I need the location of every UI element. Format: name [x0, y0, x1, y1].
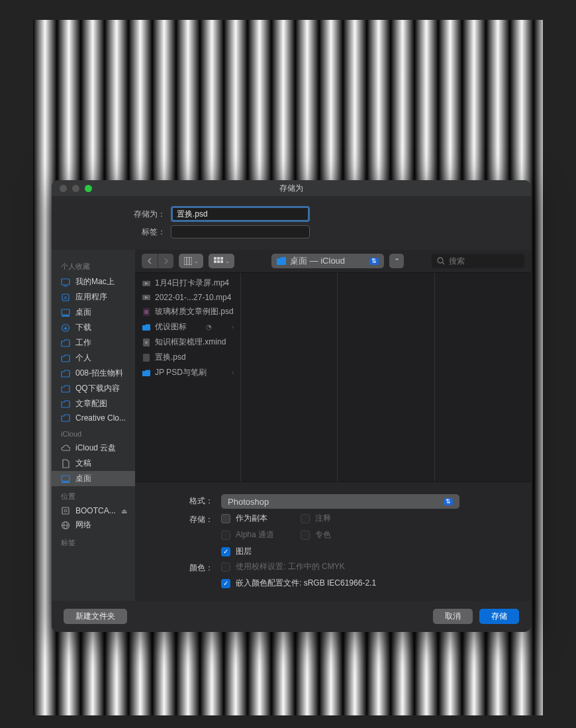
checkbox[interactable] — [221, 514, 230, 523]
svg-rect-22 — [220, 260, 223, 263]
file-item[interactable]: JP PSD与笔刷› — [135, 365, 240, 380]
checkbox-row: 注释 — [301, 513, 331, 524]
eject-icon[interactable]: ⏏ — [121, 507, 127, 515]
checkbox[interactable]: ✓ — [221, 547, 230, 556]
recent-icon: ◔ — [206, 323, 212, 331]
empty-column-2 — [338, 273, 434, 482]
checkbox[interactable]: ✓ — [221, 579, 230, 588]
sidebar-item[interactable]: iCloud 云盘 — [52, 441, 135, 456]
sidebar-item-label: 下载 — [75, 322, 91, 333]
checkbox — [301, 531, 310, 540]
checkbox — [221, 562, 230, 572]
search-box[interactable] — [432, 254, 524, 268]
cancel-button[interactable]: 取消 — [433, 609, 473, 624]
svg-rect-4 — [62, 309, 70, 315]
sidebar-item[interactable]: A应用程序 — [52, 289, 135, 305]
file-icon — [142, 279, 151, 288]
format-value: Photoshop — [228, 497, 269, 507]
checkbox-row[interactable]: ✓图层 — [221, 546, 274, 557]
sidebar-item[interactable]: 桌面 — [52, 305, 135, 320]
svg-rect-20 — [214, 260, 216, 263]
checkbox-label: 图层 — [236, 546, 252, 557]
checkbox-row[interactable]: 作为副本 — [221, 513, 274, 524]
svg-rect-17 — [214, 257, 216, 260]
sidebar-item-label: 网络 — [75, 519, 91, 531]
checkbox-row: 使用校样设置: 工作中的 CMYK — [221, 561, 531, 572]
svg-rect-14 — [184, 257, 192, 265]
network-icon — [61, 521, 70, 530]
format-label: 格式： — [135, 494, 221, 507]
svg-point-32 — [145, 341, 148, 344]
file-name: 2022-01-...27-10.mp4 — [155, 293, 231, 302]
sidebar-item[interactable]: 下载 — [52, 320, 135, 335]
zoom-dot[interactable] — [85, 185, 92, 192]
sidebar-item[interactable]: QQ下载内容 — [52, 381, 135, 396]
sidebar-item[interactable]: 个人 — [52, 350, 135, 366]
sidebar-item[interactable]: 桌面 — [52, 471, 135, 486]
sidebar-item[interactable]: Creative Clo... — [52, 411, 135, 425]
folder-icon — [61, 384, 70, 393]
file-icon — [142, 368, 151, 378]
sidebar-item[interactable]: 网络 — [52, 517, 135, 533]
checkbox-label: 嵌入颜色配置文件: sRGB IEC61966-2.1 — [236, 578, 376, 589]
sidebar-item[interactable]: 工作 — [52, 335, 135, 350]
file-item[interactable]: 知识框架梳理.xmind — [135, 335, 240, 350]
folder-icon — [61, 413, 70, 423]
checkbox-row[interactable]: ✓嵌入颜色配置文件: sRGB IEC61966-2.1 — [221, 578, 531, 589]
chevron-down-icon: ⌵ — [226, 258, 229, 264]
toolbar: ⌵ ⌵ 桌面 — iCloud ⇅ ⌃ — [135, 250, 531, 272]
file-icon — [142, 353, 151, 362]
sidebar-item-label: Creative Clo... — [75, 413, 126, 423]
sidebar-item-label: 008-招生物料 — [75, 368, 123, 379]
view-mode-button[interactable]: ⌵ — [179, 254, 203, 268]
forward-button[interactable] — [158, 254, 173, 268]
file-name: 知识框架梳理.xmind — [155, 337, 226, 348]
sidebar-item-label: 个人 — [75, 352, 91, 364]
file-icon — [142, 338, 151, 347]
search-icon — [437, 257, 445, 265]
file-item[interactable]: 玻璃材质文章例图.psd — [135, 304, 240, 319]
file-item[interactable]: 1月4日打卡录屏.mp4 — [135, 276, 240, 291]
sidebar-item-label: 文稿 — [75, 458, 91, 469]
format-select[interactable]: Photoshop ⇅ — [221, 494, 459, 509]
sidebar-item[interactable]: BOOTCA...⏏ — [52, 504, 135, 517]
folder-icon — [61, 354, 70, 363]
new-folder-button[interactable]: 新建文件夹 — [64, 609, 127, 624]
dialog-title: 存储为 — [279, 183, 303, 194]
svg-text:A: A — [64, 295, 68, 301]
sidebar-item[interactable]: 文稿 — [52, 456, 135, 471]
checkbox-label: Alpha 通道 — [236, 529, 274, 541]
file-browser: 1月4日打卡录屏.mp42022-01-...27-10.mp4玻璃材质文章例图… — [135, 272, 531, 482]
folder-icon — [61, 369, 70, 378]
close-dot[interactable] — [60, 185, 67, 192]
filename-input[interactable] — [171, 206, 310, 222]
updown-icon: ⇅ — [369, 258, 379, 265]
svg-rect-9 — [62, 507, 69, 514]
sidebar: 个人收藏我的Mac上A应用程序桌面下载工作个人008-招生物料QQ下载内容文章配… — [52, 250, 135, 601]
disk-icon — [61, 506, 70, 515]
sidebar-item-label: 工作 — [75, 337, 91, 348]
save-button[interactable]: 存储 — [479, 609, 519, 624]
sidebar-item[interactable]: 文章配图 — [52, 396, 135, 411]
group-button[interactable]: ⌵ — [209, 254, 234, 268]
sidebar-item-label: 应用程序 — [75, 291, 107, 303]
location-select[interactable]: 桌面 — iCloud ⇅ — [271, 254, 384, 268]
save-as-dialog: 存储为 存储为： 标签： 个人收藏我的Mac上A应用程序桌面下载工作个人008-… — [52, 180, 531, 632]
tags-input[interactable] — [171, 225, 310, 238]
folder-icon — [61, 399, 70, 409]
chevron-right-icon: › — [232, 323, 234, 331]
sidebar-item[interactable]: 008-招生物料 — [52, 366, 135, 381]
sidebar-section-label: iCloud — [52, 427, 135, 441]
file-item[interactable]: 2022-01-...27-10.mp4 — [135, 291, 240, 304]
search-input[interactable] — [449, 256, 531, 266]
back-button[interactable] — [142, 254, 158, 268]
file-item[interactable]: 置换.psd — [135, 350, 240, 365]
checkbox — [301, 514, 310, 523]
sidebar-section-label: 位置 — [52, 489, 135, 504]
file-item[interactable]: 优设图标◔› — [135, 319, 240, 335]
sidebar-item[interactable]: 我的Mac上 — [52, 274, 135, 289]
minimize-dot[interactable] — [72, 185, 79, 192]
collapse-button[interactable]: ⌃ — [389, 254, 404, 268]
traffic-lights — [60, 185, 92, 192]
chevron-left-icon — [147, 258, 152, 264]
